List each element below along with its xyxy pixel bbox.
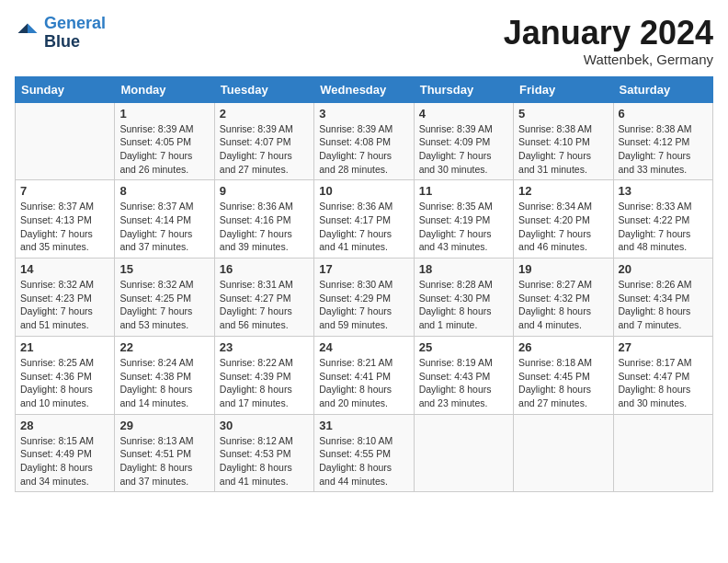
calendar-cell: 22Sunrise: 8:24 AMSunset: 4:38 PMDayligh… [115,336,214,414]
day-header-monday: Monday [115,76,214,102]
calendar-cell: 13Sunrise: 8:33 AMSunset: 4:22 PMDayligh… [613,180,712,259]
day-number: 25 [419,340,508,354]
day-info: Sunrise: 8:25 AMSunset: 4:36 PMDaylight:… [20,356,109,410]
logo: General Blue [15,15,106,52]
day-header-saturday: Saturday [613,76,712,102]
day-number: 29 [119,419,209,432]
day-info: Sunrise: 8:36 AMSunset: 4:16 PMDaylight:… [220,200,309,254]
week-row-3: 14Sunrise: 8:32 AMSunset: 4:23 PMDayligh… [16,259,713,337]
day-header-friday: Friday [514,76,613,102]
calendar-cell: 6Sunrise: 8:38 AMSunset: 4:12 PMDaylight… [613,102,712,180]
week-row-1: 1Sunrise: 8:39 AMSunset: 4:05 PMDaylight… [16,102,713,180]
logo-text: General Blue [44,15,106,52]
day-number: 19 [518,262,608,276]
day-info: Sunrise: 8:24 AMSunset: 4:38 PMDaylight:… [119,356,209,410]
day-number: 10 [319,184,408,198]
day-number: 5 [518,107,608,121]
day-info: Sunrise: 8:28 AMSunset: 4:30 PMDaylight:… [419,278,508,332]
calendar-cell [514,414,613,492]
day-number: 28 [20,419,109,432]
day-number: 16 [220,262,309,276]
calendar-table: SundayMondayTuesdayWednesdayThursdayFrid… [15,76,713,493]
day-number: 15 [119,262,209,276]
day-number: 2 [220,107,309,121]
month-title: January 2024 [504,15,713,52]
calendar-cell: 16Sunrise: 8:31 AMSunset: 4:27 PMDayligh… [214,259,313,337]
day-info: Sunrise: 8:17 AMSunset: 4:47 PMDaylight:… [619,356,708,410]
day-number: 21 [20,340,109,354]
day-header-thursday: Thursday [414,76,513,102]
day-number: 18 [419,262,508,276]
day-number: 4 [419,107,508,121]
day-info: Sunrise: 8:21 AMSunset: 4:41 PMDaylight:… [319,356,408,410]
calendar-cell: 29Sunrise: 8:13 AMSunset: 4:51 PMDayligh… [115,414,214,492]
day-number: 3 [319,107,408,121]
calendar-cell: 20Sunrise: 8:26 AMSunset: 4:34 PMDayligh… [613,259,712,337]
day-number: 1 [119,107,209,121]
calendar-cell: 3Sunrise: 8:39 AMSunset: 4:08 PMDaylight… [314,102,414,180]
day-info: Sunrise: 8:30 AMSunset: 4:29 PMDaylight:… [319,278,408,332]
day-number: 26 [518,340,608,354]
calendar-cell: 25Sunrise: 8:19 AMSunset: 4:43 PMDayligh… [414,336,513,414]
days-header-row: SundayMondayTuesdayWednesdayThursdayFrid… [16,76,713,102]
day-header-wednesday: Wednesday [314,76,414,102]
day-number: 6 [619,107,708,121]
day-number: 23 [220,340,309,354]
day-info: Sunrise: 8:38 AMSunset: 4:10 PMDaylight:… [518,122,608,177]
calendar-cell: 24Sunrise: 8:21 AMSunset: 4:41 PMDayligh… [314,336,414,414]
calendar-cell: 31Sunrise: 8:10 AMSunset: 4:55 PMDayligh… [314,414,414,492]
day-info: Sunrise: 8:39 AMSunset: 4:08 PMDaylight:… [319,122,408,177]
day-info: Sunrise: 8:36 AMSunset: 4:17 PMDaylight:… [319,200,408,254]
calendar-cell: 30Sunrise: 8:12 AMSunset: 4:53 PMDayligh… [214,414,313,492]
day-info: Sunrise: 8:26 AMSunset: 4:34 PMDaylight:… [619,278,708,332]
calendar-cell: 23Sunrise: 8:22 AMSunset: 4:39 PMDayligh… [214,336,313,414]
day-header-tuesday: Tuesday [214,76,313,102]
calendar-cell [613,414,712,492]
day-info: Sunrise: 8:39 AMSunset: 4:09 PMDaylight:… [419,122,508,177]
day-number: 11 [419,184,508,198]
calendar-cell: 8Sunrise: 8:37 AMSunset: 4:14 PMDaylight… [115,180,214,259]
title-block: January 2024 Wattenbek, Germany [504,15,713,67]
calendar-cell: 12Sunrise: 8:34 AMSunset: 4:20 PMDayligh… [514,180,613,259]
day-number: 14 [20,262,109,276]
day-info: Sunrise: 8:39 AMSunset: 4:05 PMDaylight:… [119,122,209,177]
calendar-cell: 7Sunrise: 8:37 AMSunset: 4:13 PMDaylight… [16,180,115,259]
day-info: Sunrise: 8:19 AMSunset: 4:43 PMDaylight:… [419,356,508,410]
day-number: 9 [220,184,309,198]
location: Wattenbek, Germany [504,52,713,67]
day-number: 17 [319,262,408,276]
day-info: Sunrise: 8:38 AMSunset: 4:12 PMDaylight:… [619,122,708,177]
calendar-cell: 5Sunrise: 8:38 AMSunset: 4:10 PMDaylight… [514,102,613,180]
calendar-cell: 27Sunrise: 8:17 AMSunset: 4:47 PMDayligh… [613,336,712,414]
logo-icon [15,20,40,46]
day-info: Sunrise: 8:27 AMSunset: 4:32 PMDaylight:… [518,278,608,332]
week-row-5: 28Sunrise: 8:15 AMSunset: 4:49 PMDayligh… [16,414,713,492]
day-info: Sunrise: 8:31 AMSunset: 4:27 PMDaylight:… [220,278,309,332]
day-info: Sunrise: 8:34 AMSunset: 4:20 PMDaylight:… [518,200,608,254]
svg-marker-1 [18,23,28,33]
day-info: Sunrise: 8:37 AMSunset: 4:14 PMDaylight:… [119,200,209,254]
calendar-cell: 2Sunrise: 8:39 AMSunset: 4:07 PMDaylight… [214,102,313,180]
day-info: Sunrise: 8:12 AMSunset: 4:53 PMDaylight:… [220,434,309,488]
page-header: General Blue January 2024 Wattenbek, Ger… [15,15,713,67]
calendar-cell: 1Sunrise: 8:39 AMSunset: 4:05 PMDaylight… [115,102,214,180]
day-header-sunday: Sunday [16,76,115,102]
day-number: 22 [119,340,209,354]
calendar-cell [16,102,115,180]
day-info: Sunrise: 8:18 AMSunset: 4:45 PMDaylight:… [518,356,608,410]
day-info: Sunrise: 8:32 AMSunset: 4:23 PMDaylight:… [20,278,109,332]
day-number: 24 [319,340,408,354]
week-row-4: 21Sunrise: 8:25 AMSunset: 4:36 PMDayligh… [16,336,713,414]
day-number: 31 [319,419,408,432]
day-info: Sunrise: 8:35 AMSunset: 4:19 PMDaylight:… [419,200,508,254]
day-info: Sunrise: 8:33 AMSunset: 4:22 PMDaylight:… [619,200,708,254]
svg-marker-0 [28,23,38,33]
calendar-cell: 10Sunrise: 8:36 AMSunset: 4:17 PMDayligh… [314,180,414,259]
day-info: Sunrise: 8:39 AMSunset: 4:07 PMDaylight:… [220,122,309,177]
calendar-cell: 9Sunrise: 8:36 AMSunset: 4:16 PMDaylight… [214,180,313,259]
calendar-cell: 15Sunrise: 8:32 AMSunset: 4:25 PMDayligh… [115,259,214,337]
calendar-cell: 11Sunrise: 8:35 AMSunset: 4:19 PMDayligh… [414,180,513,259]
day-number: 13 [619,184,708,198]
day-number: 12 [518,184,608,198]
day-number: 20 [619,262,708,276]
